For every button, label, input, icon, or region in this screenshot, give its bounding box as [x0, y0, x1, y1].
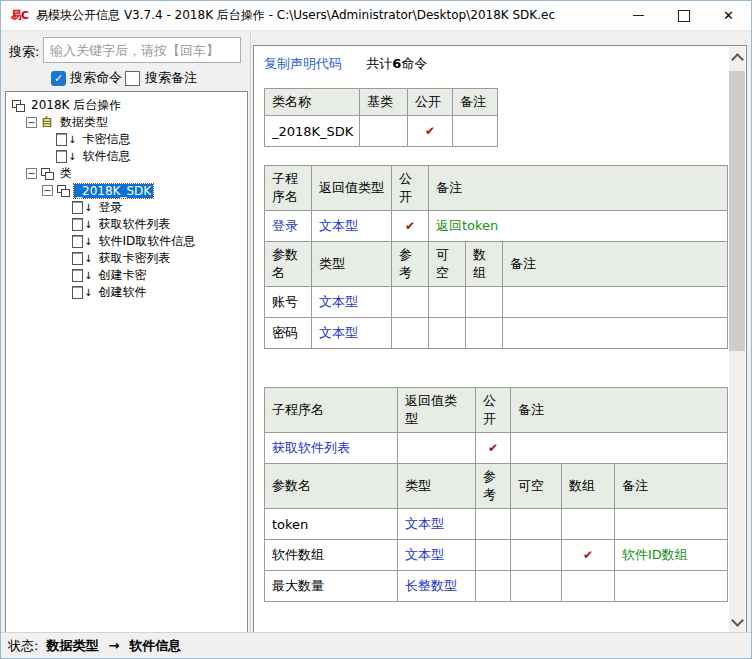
window-title: 易模块公开信息 V3.7.4 - 2018K 后台操作 - C:\Users\A…	[36, 7, 616, 24]
byref-cell	[392, 318, 429, 349]
status-from: 数据类型	[46, 637, 98, 655]
col-header-type: 类型	[398, 464, 476, 509]
method-name-link[interactable]: 登录	[265, 211, 312, 242]
col-header-sub-name: 子程序名	[265, 166, 312, 211]
param-remark-cell	[503, 287, 728, 318]
collapse-expander-icon[interactable]: −	[26, 168, 37, 179]
param-name-cell: 软件数组	[265, 540, 398, 571]
param-name-cell: 账号	[265, 287, 312, 318]
detail-panel: 复制声明代码 共计6命令 类名称 基类 公开 备注 _2018K_SDK ✔	[253, 45, 747, 634]
param-remark-cell: 软件ID数组	[615, 540, 728, 571]
method-remark: 返回token	[429, 211, 728, 242]
copy-declaration-link[interactable]: 复制声明代码	[264, 56, 342, 71]
param-type-link[interactable]: 文本型	[398, 509, 476, 540]
search-commands-checkbox[interactable]: ✓ 搜索命令	[51, 67, 122, 89]
search-label: 搜索:	[9, 43, 39, 61]
byref-cell	[476, 571, 511, 602]
module-icon	[12, 100, 25, 112]
col-header-remark: 备注	[615, 464, 728, 509]
tree-item-login[interactable]: ↓ 登录	[6, 199, 247, 216]
byref-cell	[476, 540, 511, 571]
collapse-expander-icon[interactable]: −	[26, 117, 37, 128]
maximize-button[interactable]	[661, 1, 706, 30]
module-tree: 2018K 后台操作 − 自 数据类型 ↓ 卡密信息 ↓ 软件信息 − 类 − …	[5, 91, 248, 634]
col-header-return-type: 返回值类型	[398, 388, 476, 433]
tree-item-label: 卡密信息	[80, 131, 132, 148]
method-table-get-software-list: 子程序名 返回值类型 公开 备注 获取软件列表 ✔ 参数名 类型 参考 可空 数…	[264, 387, 728, 602]
command-count: 共计6命令	[366, 56, 427, 71]
down-arrow-icon: ↓	[84, 202, 92, 213]
col-header-sub-name: 子程序名	[265, 388, 398, 433]
tree-item-2018k-sdk[interactable]: − _2018K_SDK	[6, 182, 247, 199]
tree-item-software-id-get-info[interactable]: ↓ 软件ID取软件信息	[6, 233, 247, 250]
tree-item-get-software-list[interactable]: ↓ 获取软件列表	[6, 216, 247, 233]
tree-item-create-card[interactable]: ↓ 创建卡密	[6, 267, 247, 284]
nullable-cell	[429, 318, 466, 349]
status-to: 软件信息	[129, 637, 181, 655]
param-name-cell: 密码	[265, 318, 312, 349]
param-type-link[interactable]: 文本型	[312, 318, 392, 349]
col-header-type: 类型	[312, 242, 392, 287]
tree-item-label: 创建卡密	[96, 267, 148, 284]
col-header-return-type: 返回值类型	[312, 166, 392, 211]
tree-item-root[interactable]: 2018K 后台操作	[6, 97, 247, 114]
scrollbar-thumb[interactable]	[729, 71, 745, 351]
collapse-expander-icon[interactable]: −	[42, 185, 53, 196]
tree-item-class-group[interactable]: − 类	[6, 165, 247, 182]
tree-item-data-types[interactable]: − 自 数据类型	[6, 114, 247, 131]
scroll-down-button[interactable]	[729, 614, 745, 630]
search-remarks-label: 搜索备注	[145, 69, 197, 87]
param-type-link[interactable]: 文本型	[398, 540, 476, 571]
title-bar: 易C 易模块公开信息 V3.7.4 - 2018K 后台操作 - C:\User…	[1, 1, 751, 31]
nullable-cell	[511, 571, 562, 602]
tree-item-label-selected: _2018K_SDK	[74, 184, 153, 198]
close-button[interactable]: ✕	[706, 1, 751, 30]
method-header-row: 子程序名 返回值类型 公开 备注	[265, 166, 728, 211]
minimize-icon	[633, 15, 644, 16]
method-doc-icon	[72, 252, 83, 265]
search-remarks-checkbox[interactable]: 搜索备注	[125, 67, 197, 89]
nullable-cell	[511, 540, 562, 571]
public-checkmark-icon: ✔	[392, 211, 429, 242]
datatype-doc-icon	[56, 133, 67, 146]
byref-cell	[476, 509, 511, 540]
method-name-link[interactable]: 获取软件列表	[265, 433, 398, 464]
tree-item-create-software[interactable]: ↓ 创建软件	[6, 284, 247, 301]
command-count-number: 6	[392, 56, 401, 71]
command-count-suffix: 命令	[401, 56, 427, 71]
param-row: 软件数组 文本型 ✔ 软件ID数组	[265, 540, 728, 571]
col-header-remark: 备注	[453, 89, 498, 116]
public-checkmark-icon: ✔	[408, 116, 453, 147]
down-arrow-icon: ↓	[68, 134, 76, 145]
datatype-group-icon: 自	[41, 114, 53, 131]
col-header-nullable: 可空	[511, 464, 562, 509]
return-type-link[interactable]: 文本型	[312, 211, 392, 242]
array-cell	[562, 509, 615, 540]
status-label: 状态:	[8, 637, 38, 655]
col-header-public: 公开	[408, 89, 453, 116]
app-icon: 易C	[11, 8, 28, 23]
class-icon	[41, 168, 54, 180]
scroll-up-button[interactable]	[729, 49, 745, 65]
param-remark-cell	[615, 571, 728, 602]
down-arrow-icon: ↓	[84, 236, 92, 247]
method-doc-icon	[72, 286, 83, 299]
nullable-cell	[511, 509, 562, 540]
status-bar: 状态: 数据类型 → 软件信息	[1, 632, 751, 658]
vertical-scrollbar[interactable]	[729, 47, 745, 632]
close-icon: ✕	[723, 9, 734, 22]
app-window: 易C 易模块公开信息 V3.7.4 - 2018K 后台操作 - C:\User…	[0, 0, 752, 659]
search-input[interactable]	[43, 37, 241, 63]
class-table: 类名称 基类 公开 备注 _2018K_SDK ✔	[264, 88, 498, 147]
tree-item-get-card-list[interactable]: ↓ 获取卡密列表	[6, 250, 247, 267]
param-type-link[interactable]: 长整数型	[398, 571, 476, 602]
tree-item-card-info[interactable]: ↓ 卡密信息	[6, 131, 247, 148]
return-type-cell	[398, 433, 476, 464]
param-type-link[interactable]: 文本型	[312, 287, 392, 318]
param-row: 密码 文本型	[265, 318, 728, 349]
minimize-button[interactable]	[616, 1, 661, 30]
method-header-row: 子程序名 返回值类型 公开 备注	[265, 388, 728, 433]
tree-item-software-info[interactable]: ↓ 软件信息	[6, 148, 247, 165]
col-header-class-name: 类名称	[265, 89, 360, 116]
checkbox-unchecked-icon	[125, 71, 140, 86]
